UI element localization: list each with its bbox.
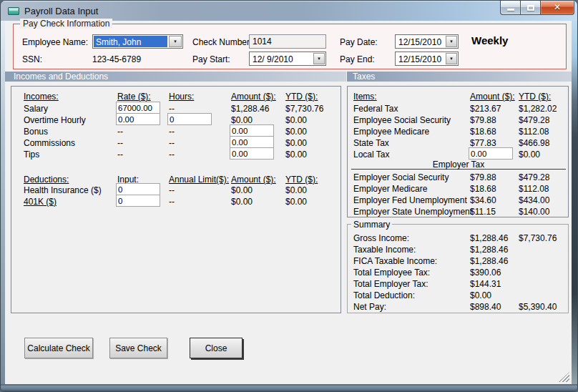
income-col-header: Amount ($): [231,92,276,102]
summary-row-label: Taxable Income: [353,245,416,255]
tax-row-amount: $11.15 [470,207,496,217]
deduction-row-amount: $0.00 [231,185,253,195]
ssn-label: SSN: [22,54,42,64]
window-title: Payroll Data Input [24,6,98,16]
overtime-hours-input[interactable] [167,113,212,125]
employer-tax-separator: Employer Tax [351,160,566,170]
window-border-right [572,21,578,384]
income-row-rate: -- [117,127,123,137]
window-controls: ✕ [500,1,574,15]
pay-start-value: 12/ 9/2010 [253,54,293,64]
summary-row-label: Total Deduction: [353,290,415,300]
income-row-rate: -- [117,150,123,160]
income-row-amount: $0.00 [231,115,253,125]
tax-col-header: YTD ($): [519,92,551,102]
tax-row-amount: $77.83 [470,138,496,148]
tax-row-ytd: $466.98 [519,138,549,148]
chevron-down-icon[interactable]: ▼ [313,53,325,64]
summary-row-label: Gross Income: [353,233,409,243]
tax-row-ytd: $479.28 [519,115,549,125]
income-col-header: Rate ($): [117,92,151,102]
summary-row-label: Net Pay: [353,302,386,312]
income-col-header: Hours: [169,92,194,102]
app-icon [8,7,19,15]
pay-start-label: Pay Start: [192,54,230,64]
employee-name-selected-value: Smith, John [94,36,167,47]
tax-col-header: Amount ($): [470,92,515,102]
taxes-section-title: Taxes [353,72,375,82]
summary-row-amount: $390.06 [470,268,501,278]
tax-row-amount: $213.67 [470,104,501,114]
summary-row-ytd: $5,390.40 [519,302,557,312]
income-row-ytd: $0.00 [285,127,307,137]
chevron-down-icon[interactable]: ▼ [169,36,182,47]
income-row-hours: -- [169,104,175,114]
pay-end-value: 12/15/2010 [398,54,441,64]
maximize-button[interactable] [520,1,540,15]
tax-row-label: Employer State Unemployment [353,207,472,217]
tax-row-amount: $79.88 [470,172,496,182]
minimize-button[interactable] [500,1,520,15]
pay-end-label: Pay End: [340,54,375,64]
income-row-amount: $1,288.46 [231,104,269,114]
income-row-ytd: $7,730.76 [285,104,323,114]
pay-end-picker[interactable]: 12/15/2010 ▼ [395,52,459,66]
deduction-row-amount: $0.00 [231,197,253,207]
salary-rate-input[interactable] [116,102,160,114]
incomes-section-title: Incomes and Deductions [14,72,108,82]
income-row-ytd: $0.00 [285,115,307,125]
pay-date-picker[interactable]: 12/15/2010 ▼ [395,34,459,49]
calculate-check-button[interactable]: Calculate Check [24,338,93,358]
employee-name-combobox[interactable]: Smith, John ▼ [92,34,183,49]
deduction-row-limit: -- [169,185,175,195]
tax-row-amount: $18.68 [470,127,496,137]
window-border-left [1,21,5,384]
tax-row-label: Employer Social Security [353,172,449,182]
income-row-label: Tips [24,150,39,160]
bonus-amount-input[interactable] [230,124,274,137]
paycheck-info-group-label: Pay Check Information [20,19,112,29]
summary-row-ytd: $7,730.76 [519,233,557,243]
income-row-hours: -- [169,127,175,137]
maximize-icon [527,5,534,11]
save-check-button[interactable]: Save Check [109,338,167,358]
tax-row-label: Employee Medicare [353,127,429,137]
tax-row-label: Employee Social Security [353,115,451,125]
close-icon: ✕ [554,2,561,12]
health-insurance-input[interactable] [116,183,160,195]
deduction-col-header: Annual Limit($): [169,175,229,185]
summary-group-label: Summary [351,220,392,230]
tax-row-ytd: $140.00 [519,207,549,217]
pay-start-picker[interactable]: 12/ 9/2010 ▼ [249,52,326,66]
income-row-label: Bonus [24,127,48,137]
overtime-rate-input[interactable] [116,113,160,125]
local-tax-label: Local Tax [353,150,389,160]
summary-row-amount: $1,288.46 [470,256,508,266]
tips-amount-input[interactable] [230,147,274,160]
summary-row-label: Total Employer Tax: [353,279,428,289]
income-row-ytd: $0.00 [285,150,307,160]
deduction-401k-link[interactable]: 401K ($) [24,197,57,207]
income-row-label: Commissions [24,138,75,148]
deduction-row-limit: -- [169,197,175,207]
commissions-amount-input[interactable] [230,136,274,148]
tax-row-amount: $34.60 [470,195,496,205]
tax-row-label: Employer Fed Unemployment [353,195,467,205]
taxes-section-bar: Taxes [347,72,572,82]
check-number-field[interactable]: 1014 [249,34,326,49]
titlebar[interactable]: Payroll Data Input ✕ [1,1,578,21]
deduction-col-header: Amount ($): [231,175,276,185]
deduction-row-ytd: $0.00 [285,197,307,207]
401k-input[interactable] [116,195,160,207]
local-tax-input[interactable] [469,147,513,160]
tax-col-header: Items: [353,92,377,102]
close-check-button[interactable]: Close [190,338,243,358]
income-row-hours: -- [169,150,175,160]
deduction-row-label: Health Insurance ($) [24,185,102,195]
tax-row-label: State Tax [353,138,389,148]
chevron-down-icon[interactable]: ▼ [446,36,457,47]
close-button[interactable]: ✕ [540,1,574,15]
tax-row-ytd: $1,282.02 [519,104,557,114]
screen: Payroll Data Input ✕ Pay Check Informati… [0,0,578,392]
chevron-down-icon[interactable]: ▼ [446,53,457,64]
